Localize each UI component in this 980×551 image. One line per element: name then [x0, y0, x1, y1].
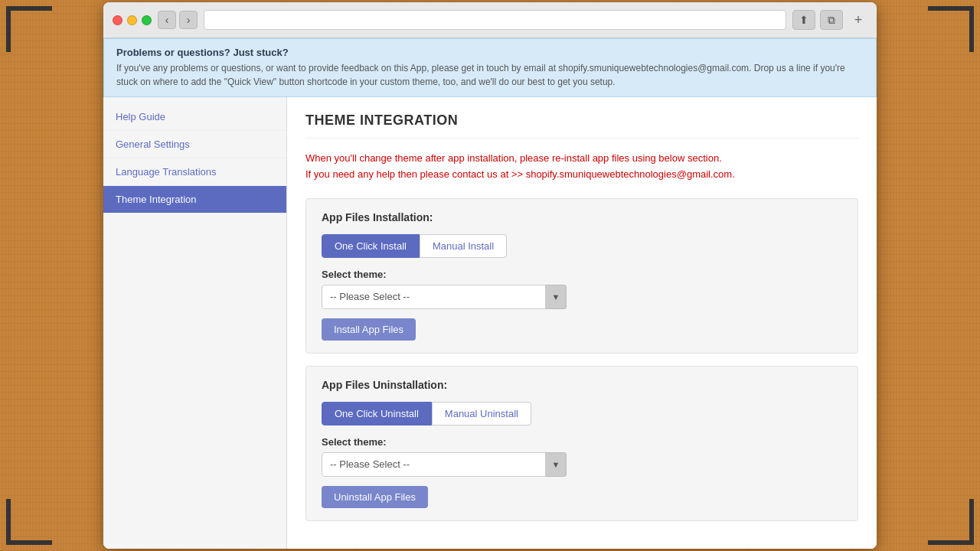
warning-line1: When you'll change theme after app insta… [305, 151, 858, 167]
corner-decoration-tl [6, 6, 52, 52]
back-button[interactable]: ‹ [158, 11, 176, 29]
nav-buttons: ‹ › [158, 11, 198, 29]
address-bar[interactable] [204, 10, 786, 30]
uninstall-theme-select[interactable]: -- Please Select -- [322, 452, 567, 477]
browser-window: ‹ › ⬆ ⧉ + Problems or questions? Just st… [103, 2, 877, 549]
corner-decoration-bl [6, 499, 52, 545]
info-banner: Problems or questions? Just stuck? If yo… [103, 38, 877, 97]
install-select-label: Select theme: [322, 269, 842, 280]
uninstallation-tab-group: One Click Uninstall Manual Uninstall [322, 402, 842, 425]
sidebar: Help Guide General Settings Language Tra… [103, 97, 287, 549]
copy-button[interactable]: ⧉ [820, 10, 843, 30]
uninstall-app-files-button[interactable]: Uninstall App Files [322, 486, 428, 508]
chevron-right-icon: › [187, 14, 191, 26]
maximize-button[interactable] [142, 15, 152, 25]
info-banner-text: If you've any problems or questions, or … [116, 61, 864, 89]
page-title: THEME INTEGRATION [305, 112, 858, 139]
main-layout: Help Guide General Settings Language Tra… [103, 97, 877, 549]
uninstall-select-wrapper: -- Please Select -- ▼ [322, 452, 567, 477]
forward-button[interactable]: › [179, 11, 198, 29]
sidebar-item-general-settings[interactable]: General Settings [103, 131, 286, 158]
browser-content: Problems or questions? Just stuck? If yo… [103, 38, 877, 549]
new-tab-button[interactable]: + [849, 11, 867, 29]
one-click-uninstall-tab[interactable]: One Click Uninstall [322, 402, 432, 425]
install-theme-select[interactable]: -- Please Select -- [322, 285, 567, 309]
one-click-install-tab[interactable]: One Click Install [322, 234, 420, 258]
install-app-files-button[interactable]: Install App Files [322, 318, 416, 341]
installation-card-title: App Files Installation: [322, 211, 842, 223]
sidebar-item-theme-integration[interactable]: Theme Integration [103, 186, 286, 214]
close-button[interactable] [113, 15, 122, 25]
installation-card: App Files Installation: One Click Instal… [305, 198, 858, 354]
chevron-left-icon: ‹ [165, 14, 169, 26]
uninstall-select-label: Select theme: [322, 436, 842, 448]
sidebar-item-help-guide[interactable]: Help Guide [103, 103, 286, 131]
share-icon: ⬆ [799, 14, 808, 26]
manual-install-tab[interactable]: Manual Install [420, 234, 507, 258]
browser-actions: ⬆ ⧉ [792, 10, 843, 30]
uninstallation-card: App Files Uninstallation: One Click Unin… [305, 366, 858, 521]
copy-icon: ⧉ [828, 14, 835, 27]
sidebar-item-language-translations[interactable]: Language Translations [103, 158, 286, 186]
minimize-button[interactable] [127, 15, 137, 25]
install-select-wrapper: -- Please Select -- ▼ [322, 285, 567, 309]
warning-line2: If you need any help then please contact… [305, 167, 858, 183]
browser-chrome: ‹ › ⬆ ⧉ + [103, 2, 877, 38]
installation-tab-group: One Click Install Manual Install [322, 234, 842, 258]
traffic-lights [113, 15, 152, 25]
corner-decoration-br [928, 499, 974, 545]
info-banner-title: Problems or questions? Just stuck? [116, 47, 864, 58]
main-content: THEME INTEGRATION When you'll change the… [287, 97, 877, 549]
uninstallation-card-title: App Files Uninstallation: [322, 379, 842, 391]
share-button[interactable]: ⬆ [792, 10, 815, 30]
warning-text: When you'll change theme after app insta… [305, 151, 858, 183]
corner-decoration-tr [928, 6, 974, 52]
manual-uninstall-tab[interactable]: Manual Uninstall [432, 402, 531, 425]
